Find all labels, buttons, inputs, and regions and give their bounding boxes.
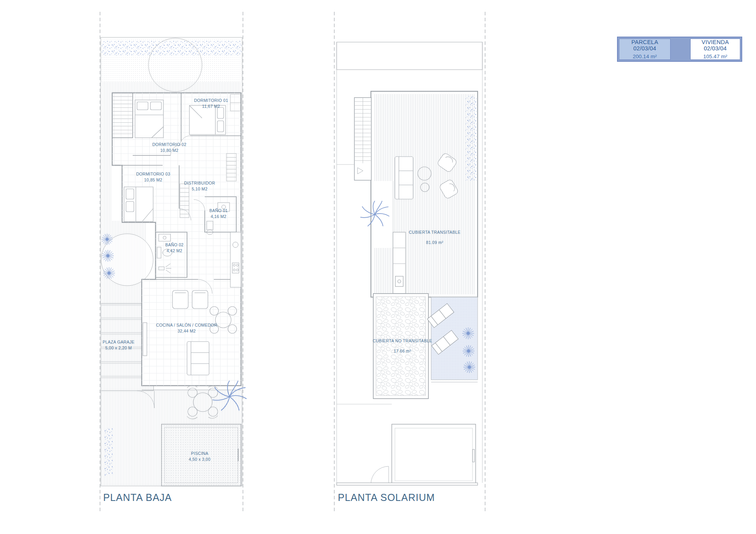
room-label-bano-02: BAÑO 02 4,42 M2 xyxy=(165,242,183,254)
shrub-row xyxy=(104,428,113,475)
room-area: 4,16 M2 xyxy=(209,214,228,220)
vivienda-label: VIVIENDA 02/03/04 xyxy=(691,39,740,52)
room-name: CUBIERTA NO TRANSITABLE xyxy=(373,338,432,344)
legend-vivienda-box: VIVIENDA 02/03/04 105.47 m² xyxy=(690,39,740,60)
plan-title-planta-solarium: PLANTA SOLARIUM xyxy=(338,492,435,503)
room-name: BAÑO 01 xyxy=(209,208,228,214)
room-name: COCINA / SALÓN / COMEDOR xyxy=(156,322,217,328)
parcel-top-band xyxy=(337,42,482,70)
room-area: 17.66 m² xyxy=(373,349,432,355)
service-strip xyxy=(393,232,406,294)
legend-parcela-box: PARCELA 02/03/04 200.14 m² xyxy=(619,39,671,60)
room-name: PISCINA xyxy=(189,451,210,456)
vivienda-area: 105.47 m² xyxy=(691,54,740,59)
roof-terrace xyxy=(371,91,478,297)
room-label-distribuidor: DISTRIBUIDOR 5,10 M2 xyxy=(184,180,215,192)
room-label-cubierta-no-transitable: CUBIERTA NO TRANSITABLE 17.66 m² xyxy=(373,338,432,354)
room-name: DORMITORIO 03 xyxy=(136,171,170,177)
room-area: 4,42 M2 xyxy=(165,248,183,254)
room-label-cubierta-transitable: CUBIERTA TRANSITABLE 81.09 m² xyxy=(409,229,460,246)
room-name: PLAZA GARAJE xyxy=(102,339,134,345)
room-area: 5,00 x 2,20 M xyxy=(102,345,134,351)
room-area: 10,80 M2 xyxy=(152,148,187,153)
room-area: 32,44 M2 xyxy=(156,328,217,334)
bed xyxy=(124,187,153,222)
room-area: 5,10 M2 xyxy=(184,186,215,192)
shrub-icon xyxy=(462,327,474,339)
lower-block xyxy=(337,404,478,485)
room-label-dormitorio-02: DORMITORIO 02 10,80 M2 xyxy=(152,142,187,153)
shrub-icon xyxy=(103,267,115,279)
room-label-bano-01: BAÑO 01 4,16 M2 xyxy=(209,208,228,220)
plan-title-planta-baja: PLANTA BAJA xyxy=(103,492,172,503)
room-label-piscina: PISCINA 4,50 x 3,00 xyxy=(189,451,210,462)
shrub-icon xyxy=(102,234,113,245)
bed xyxy=(135,100,163,138)
area-legend: PARCELA 02/03/04 200.14 m² VIVIENDA 02/0… xyxy=(617,37,742,62)
shrub-icon xyxy=(463,345,474,357)
planting-strip xyxy=(465,96,476,181)
room-name: DORMITORIO 02 xyxy=(152,142,187,148)
room-area: 10,85 M2 xyxy=(136,177,170,183)
room-label-dormitorio-01: DORMITORIO 01 11,67 M2 xyxy=(194,98,228,109)
room-name: BAÑO 02 xyxy=(165,242,183,248)
sun-deck xyxy=(427,297,478,382)
room-name: CUBIERTA TRANSITABLE xyxy=(409,229,460,235)
room-label-cocina-salon: COCINA / SALÓN / COMEDOR 32,44 M2 xyxy=(156,322,217,334)
hedge-plants xyxy=(102,41,241,56)
shrub-icon xyxy=(463,361,475,373)
parcela-area: 200.14 m² xyxy=(619,54,670,59)
shrub-icon xyxy=(102,250,114,262)
plan-baja-drawing xyxy=(100,12,246,514)
plan-solarium-drawing xyxy=(334,12,485,514)
room-area: 11,67 M2 xyxy=(194,103,228,109)
kitchen-counter xyxy=(230,232,241,287)
room-label-plaza-garaje: PLAZA GARAJE 5,00 x 2,20 M xyxy=(102,339,134,351)
floorplan-drawing xyxy=(0,0,756,534)
room-name: DORMITORIO 01 xyxy=(194,98,228,103)
stairs xyxy=(337,98,371,180)
room-area: 4,50 x 3,00 xyxy=(189,456,210,462)
room-label-dormitorio-03: DORMITORIO 03 10,85 M2 xyxy=(136,171,170,183)
parcela-label: PARCELA 02/03/04 xyxy=(619,39,670,52)
room-name: DISTRIBUIDOR xyxy=(184,180,215,186)
bed xyxy=(189,105,226,135)
floorplan-sheet: { "legend": { "parcela_label": "PARCELA … xyxy=(0,0,756,534)
room-area: 81.09 m² xyxy=(409,240,460,246)
